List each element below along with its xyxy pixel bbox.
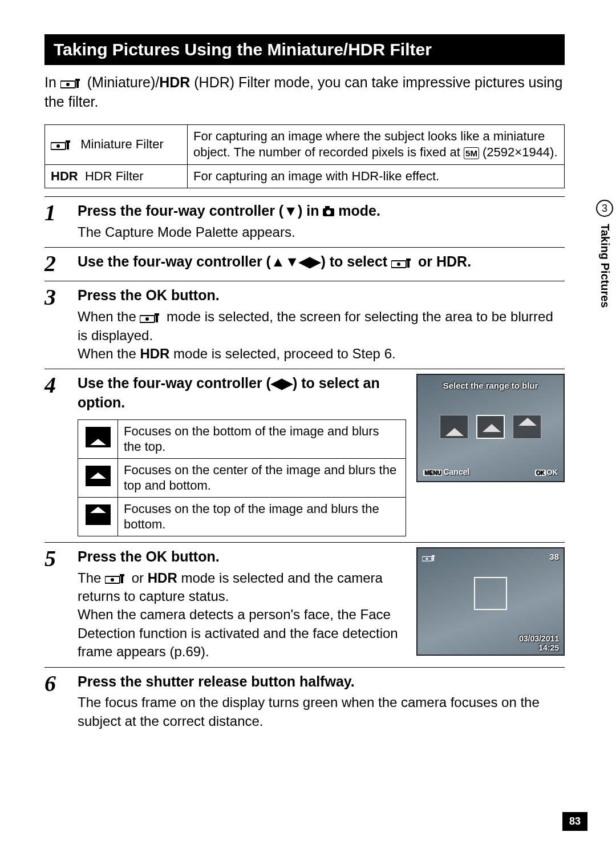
svg-point-9 xyxy=(397,263,400,266)
text: button. xyxy=(167,548,220,564)
text: Use the four-way controller (▲▼◀▶) to se… xyxy=(78,253,391,269)
text: When the xyxy=(78,346,140,361)
ss-option-icon xyxy=(513,415,541,439)
manual-page: Taking Pictures Using the Miniature/HDR … xyxy=(0,0,616,759)
blur-desc: Focuses on the bottom of the image and b… xyxy=(118,419,406,458)
step-text: The or HDR mode is selected and the came… xyxy=(78,569,406,661)
ss-mode-icons xyxy=(422,552,437,564)
step-heading: Press the OK button. xyxy=(78,547,406,567)
step-number: 4 xyxy=(44,374,65,536)
blur-bottom-icon xyxy=(86,427,111,447)
svg-point-21 xyxy=(426,558,428,560)
table-row: Focuses on the center of the image and b… xyxy=(78,458,406,497)
text: mode. xyxy=(334,203,380,219)
blur-option-table: Focuses on the bottom of the image and b… xyxy=(78,419,406,536)
cell-miniature-label: Miniature Filter xyxy=(45,124,188,164)
blur-top-icon xyxy=(86,504,111,525)
hdr-bold: HDR xyxy=(51,169,78,183)
camera-screenshot-capture: 38 03/03/2011 14:25 xyxy=(416,547,565,656)
ss-option-icon xyxy=(476,415,505,439)
text: The xyxy=(78,570,105,585)
svg-rect-22 xyxy=(432,556,434,561)
step-heading: Use the four-way controller (▲▼◀▶) to se… xyxy=(78,252,565,272)
miniature-icon xyxy=(51,139,74,151)
cell-hdr-label: HDR HDR Filter xyxy=(45,164,188,188)
text: Press the xyxy=(78,287,146,303)
chapter-number: 3 xyxy=(596,200,613,217)
step-heading: Press the shutter release button halfway… xyxy=(78,672,565,692)
pixel-pill: 5M xyxy=(464,147,479,160)
chapter-label: Taking Pictures xyxy=(598,224,611,308)
step-2: 2 Use the four-way controller (▲▼◀▶) to … xyxy=(44,247,565,281)
ss-time: 14:25 xyxy=(538,643,559,652)
step-text: The focus frame on the display turns gre… xyxy=(78,693,565,730)
hdr-bold: HDR xyxy=(140,346,169,361)
text: When the xyxy=(78,309,140,324)
step-heading: Press the OK button. xyxy=(78,286,565,305)
text: When the camera detects a person's face,… xyxy=(78,607,398,659)
step-number: 3 xyxy=(44,286,65,363)
menu-badge: MENU xyxy=(423,470,442,476)
step-4: 4 Use the four-way controller (◀▶) to se… xyxy=(44,369,565,542)
cell-hdr-desc: For capturing an image with HDR-like eff… xyxy=(188,164,565,188)
blur-middle-icon xyxy=(86,466,111,486)
intro-prefix: In xyxy=(44,74,60,90)
camera-icon xyxy=(323,208,334,216)
miniature-icon xyxy=(60,78,83,89)
hdr-bold: HDR xyxy=(436,253,467,269)
svg-point-13 xyxy=(145,317,149,321)
svg-point-5 xyxy=(56,144,60,148)
miniature-filter-label: Miniature Filter xyxy=(80,137,163,151)
svg-rect-18 xyxy=(121,575,123,583)
step-number: 2 xyxy=(44,252,65,275)
svg-rect-23 xyxy=(432,555,435,557)
text: Press the four-way controller (▼) in xyxy=(78,203,323,219)
ok-label: OK xyxy=(146,287,168,303)
text: mode is selected, proceed to Step 6. xyxy=(169,346,395,361)
table-row: Miniature Filter For capturing an image … xyxy=(45,124,565,164)
side-tab: 3 Taking Pictures xyxy=(593,200,616,308)
step-text: The Capture Mode Palette appears. xyxy=(78,223,565,241)
text: or xyxy=(418,253,436,269)
miniature-icon xyxy=(105,573,128,584)
ok-label: OK xyxy=(146,548,168,564)
step-5: 5 Press the OK button. The or HDR mode i… xyxy=(44,542,565,667)
camera-screenshot-blur-select: Select the range to blur MENUCancel OKOK xyxy=(416,374,565,482)
svg-rect-6 xyxy=(67,142,69,150)
svg-point-17 xyxy=(111,578,114,582)
cell-miniature-desc: For capturing an image where the subject… xyxy=(188,124,565,164)
blur-desc: Focuses on the top of the image and blur… xyxy=(118,497,406,536)
blur-desc: Focuses on the center of the image and b… xyxy=(118,458,406,497)
step-3: 3 Press the OK button. When the mode is … xyxy=(44,281,565,369)
screenshot-cancel: MENUCancel xyxy=(423,467,469,477)
svg-rect-19 xyxy=(120,574,124,576)
cancel-label: Cancel xyxy=(443,467,469,477)
mode-table: Miniature Filter For capturing an image … xyxy=(44,124,565,189)
step-heading: Use the four-way controller (◀▶) to sele… xyxy=(78,374,406,413)
svg-rect-10 xyxy=(407,260,410,268)
table-row: Focuses on the top of the image and blur… xyxy=(78,497,406,536)
step-number: 1 xyxy=(44,201,65,241)
hdr-bold: HDR xyxy=(148,570,177,585)
svg-rect-14 xyxy=(156,314,158,322)
intro-hdr: HDR xyxy=(159,74,190,90)
miniature-icon xyxy=(140,312,163,324)
text: Press the xyxy=(78,548,146,564)
table-row: Focuses on the bottom of the image and b… xyxy=(78,419,406,458)
text: or xyxy=(132,570,148,585)
text: button. xyxy=(167,287,220,303)
blur-middle-icon-cell xyxy=(78,458,118,497)
text: . xyxy=(467,253,471,269)
ss-count: 38 xyxy=(549,552,559,562)
intro-mid: (Miniature)/ xyxy=(87,74,159,90)
intro-paragraph: In (Miniature)/HDR (HDR) Filter mode, yo… xyxy=(44,73,565,112)
step-text: When the mode is selected, the screen fo… xyxy=(78,308,565,363)
ss-option-icon xyxy=(440,415,468,439)
hdr-filter-label: HDR Filter xyxy=(85,169,144,183)
svg-point-1 xyxy=(66,83,70,86)
screenshot-options xyxy=(418,415,564,439)
ok-label: OK xyxy=(547,468,558,477)
page-number: 83 xyxy=(562,812,587,831)
blur-bottom-icon-cell xyxy=(78,419,118,458)
step-6: 6 Press the shutter release button halfw… xyxy=(44,667,565,737)
